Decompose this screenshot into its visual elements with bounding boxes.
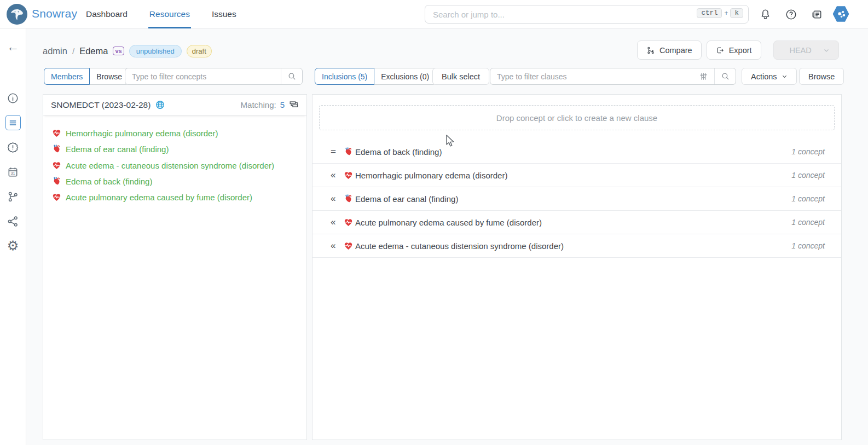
- left-rail: ← 31: [0, 28, 26, 445]
- filter-sliders-icon[interactable]: [693, 68, 714, 84]
- actions-wrap: Actions: [742, 68, 797, 85]
- export-label: Export: [729, 46, 752, 55]
- share-icon[interactable]: [5, 213, 21, 229]
- disorder-heart-icon: [52, 161, 61, 170]
- clause-concept-count: 1 concept: [791, 194, 825, 203]
- finding-heart-icon: [344, 147, 353, 157]
- breadcrumb-separator: /: [72, 47, 74, 56]
- compare-label: Compare: [659, 46, 692, 55]
- main-nav: Dashboard Resources Issues: [85, 0, 238, 28]
- disorder-heart-icon: [344, 171, 353, 180]
- bulk-select-button[interactable]: Bulk select: [432, 68, 489, 85]
- clause-operator: =: [331, 146, 344, 157]
- calendar-icon[interactable]: 31: [5, 164, 21, 180]
- search-shortcut: ctrl + k: [697, 8, 743, 18]
- clause-label: Hemorrhagic pulmonary edema (disorder): [355, 171, 507, 180]
- clause-row[interactable]: = Edema of back (finding) 1 concept: [313, 140, 841, 164]
- bulk-select-wrap: Bulk select: [432, 68, 489, 85]
- clause-dropzone[interactable]: Drop concept or click to create a new cl…: [319, 105, 835, 130]
- topbar: Snowray Dashboard Resources Issues ctrl …: [0, 0, 868, 28]
- compare-button[interactable]: Compare: [637, 41, 702, 60]
- concept-search-icon[interactable]: [281, 68, 302, 84]
- export-button[interactable]: Export: [707, 41, 761, 60]
- codesystem-header: SNOMEDCT (2023-02-28) Matching: 5: [43, 95, 306, 115]
- clause-filter: [490, 68, 736, 85]
- tab-inclusions[interactable]: Inclusions (5): [315, 68, 374, 85]
- members-list-icon[interactable]: [5, 115, 21, 130]
- clause-operator: «: [331, 193, 344, 204]
- tab-exclusions[interactable]: Exclusions (0): [374, 68, 436, 85]
- chevron-down-icon: [782, 73, 788, 79]
- help-icon[interactable]: [784, 7, 798, 21]
- notifications-bell-icon[interactable]: [758, 7, 772, 21]
- dropzone-text: Drop concept or click to create a new cl…: [496, 113, 657, 123]
- kbd-k: k: [730, 8, 743, 18]
- back-arrow-icon[interactable]: ←: [7, 41, 19, 53]
- clause-row[interactable]: « Acute edema - cutaneous distension syn…: [313, 234, 841, 258]
- clause-list: = Edema of back (finding) 1 concept «: [313, 140, 841, 258]
- brand-name[interactable]: Snowray: [32, 7, 77, 20]
- version-select-button[interactable]: HEAD: [773, 41, 839, 60]
- clause-operator: «: [331, 170, 344, 181]
- nav-resources[interactable]: Resources: [148, 0, 191, 28]
- clause-operator: «: [331, 217, 344, 228]
- browse-button[interactable]: Browse: [799, 68, 844, 85]
- clause-search-icon[interactable]: [714, 68, 736, 84]
- hierarchy-icon[interactable]: [288, 100, 299, 110]
- concept-filter: [125, 68, 303, 85]
- clause-filter-input[interactable]: [490, 68, 693, 84]
- bulk-select-label: Bulk select: [442, 72, 480, 81]
- actions-dropdown-button[interactable]: Actions: [742, 68, 797, 85]
- info-icon[interactable]: [5, 90, 21, 106]
- clause-concept-count: 1 concept: [791, 147, 825, 156]
- valueset-type-badge: vs: [113, 47, 124, 55]
- concept-list-item[interactable]: Acute edema - cutaneous distension syndr…: [43, 158, 306, 174]
- clause-label: Edema of back (finding): [355, 147, 442, 157]
- disorder-heart-icon: [344, 218, 353, 227]
- concept-label: Acute edema - cutaneous distension syndr…: [66, 160, 274, 171]
- clause-row[interactable]: « Hemorrhagic pulmonary edema (disorder)…: [313, 164, 841, 187]
- browse-label: Browse: [808, 72, 835, 81]
- matching-count: 5: [280, 100, 285, 109]
- browse-wrap: Browse: [799, 68, 844, 85]
- clause-row[interactable]: « Acute pulmonary edema caused by fume (…: [313, 211, 841, 234]
- clause-operator: «: [331, 240, 344, 251]
- concept-list-item[interactable]: Hemorrhagic pulmonary edema (disorder): [43, 125, 306, 141]
- snowray-logo-icon[interactable]: [7, 4, 27, 25]
- breadcrumb-parent[interactable]: admin: [43, 46, 67, 56]
- disorder-heart-icon: [52, 193, 61, 202]
- concept-label: Hemorrhagic pulmonary edema (disorder): [66, 128, 218, 139]
- clauses-panel: Drop concept or click to create a new cl…: [312, 94, 842, 440]
- concept-label: Acute pulmonary edema caused by fume (di…: [66, 192, 252, 203]
- user-avatar[interactable]: [832, 5, 849, 22]
- validation-badge-icon[interactable]: [5, 140, 21, 155]
- version-label: HEAD: [783, 46, 819, 55]
- globe-icon[interactable]: [155, 100, 165, 110]
- tab-members[interactable]: Members: [44, 68, 90, 85]
- concept-list-item[interactable]: Edema of ear canal (finding): [43, 141, 306, 157]
- members-panel: SNOMEDCT (2023-02-28) Matching: 5: [43, 94, 307, 440]
- matching-label: Matching:: [241, 100, 276, 109]
- concept-filter-input[interactable]: [125, 68, 281, 84]
- clause-label: Edema of ear canal (finding): [355, 194, 458, 204]
- kbd-plus: +: [724, 9, 728, 17]
- settings-gear-icon[interactable]: ⚙: [5, 238, 21, 253]
- finding-heart-icon: [52, 177, 61, 186]
- concept-list-item[interactable]: Acute pulmonary edema caused by fume (di…: [43, 189, 306, 205]
- concept-list-item[interactable]: Edema of back (finding): [43, 174, 306, 189]
- clause-row[interactable]: « Edema of ear canal (finding) 1 concept: [313, 187, 841, 211]
- svg-text:31: 31: [11, 171, 15, 176]
- clause-concept-count: 1 concept: [791, 241, 825, 250]
- branch-icon[interactable]: [5, 189, 21, 204]
- nav-dashboard[interactable]: Dashboard: [85, 0, 129, 28]
- clause-concept-count: 1 concept: [791, 171, 825, 180]
- codesystem-title: SNOMEDCT (2023-02-28): [51, 100, 151, 110]
- disorder-heart-icon: [344, 241, 353, 251]
- clause-concept-count: 1 concept: [791, 218, 825, 227]
- disorder-heart-icon: [52, 129, 61, 138]
- news-icon[interactable]: [809, 7, 824, 21]
- chevron-down-icon: [823, 47, 830, 54]
- kbd-ctrl: ctrl: [697, 8, 722, 18]
- tab-browse-left[interactable]: Browse: [90, 68, 129, 85]
- nav-issues[interactable]: Issues: [211, 0, 238, 28]
